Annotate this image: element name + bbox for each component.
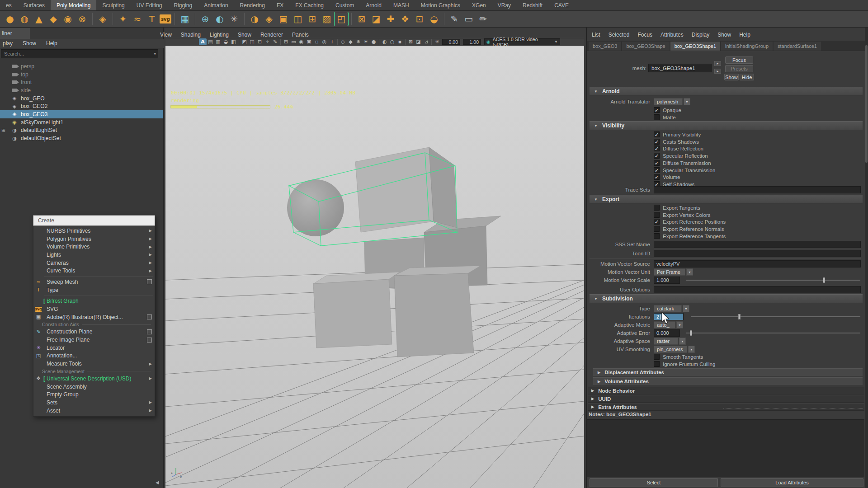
panel-collapse-arrow-icon[interactable]: ◀	[156, 480, 159, 485]
checkbox-casts-shadows[interactable]: ✓	[654, 139, 660, 145]
viewport-menu-renderer[interactable]: Renderer	[256, 32, 288, 38]
menu-item-annotation-[interactable]: ◳Annotation...	[33, 352, 155, 360]
shelf-tab-custom[interactable]: Custom	[330, 0, 360, 10]
shelf-icon[interactable]: ◰	[335, 12, 348, 26]
outliner-item-defaultObjectSet[interactable]: ◑defaultObjectSet	[0, 134, 163, 142]
menu-item-curve-tools[interactable]: Curve Tools▶	[33, 267, 155, 275]
notes-field[interactable]	[587, 419, 864, 477]
menu-item-volume-primitives[interactable]: Volume Primitives▶	[33, 243, 155, 251]
outliner-item-box_GEO[interactable]: ◈box_GEO	[0, 94, 163, 103]
viewport-toolbar-icon[interactable]: ◒	[222, 38, 230, 45]
viewport-toolbar-icon[interactable]: ▥	[214, 38, 222, 45]
shelf-icon[interactable]: ✏	[476, 12, 490, 26]
viewport-toolbar-icon[interactable]: T	[328, 38, 336, 45]
option-box-icon[interactable]	[147, 314, 152, 319]
viewport-menu-view[interactable]: View	[156, 32, 176, 38]
viewport-toolbar-icon[interactable]: ☀	[362, 38, 370, 45]
checkbox-export-reference-positions[interactable]: ✓	[654, 219, 660, 225]
viewport-toolbar-icon[interactable]: ▪	[396, 38, 404, 45]
shelf-tab-mash[interactable]: MASH	[387, 0, 415, 10]
shelf-icon[interactable]: ◍	[18, 12, 31, 26]
checkbox-primary-visibility[interactable]: ✓	[654, 131, 660, 137]
shelf-tab-arnold[interactable]: Arnold	[360, 0, 387, 10]
viewport-menu-shading[interactable]: Shading	[176, 32, 205, 38]
section-header-visibility[interactable]: ▼Visibility	[590, 121, 863, 130]
viewport-toolbar-icon[interactable]: ◧	[230, 38, 237, 45]
menu-item-empty-group[interactable]: Empty Group	[33, 390, 155, 399]
menu-item-lights[interactable]: Lights▶	[33, 251, 155, 259]
viewport-toolbar-icon[interactable]: ●	[370, 38, 377, 45]
outliner-item-side[interactable]: side	[0, 86, 163, 94]
checkbox-volume[interactable]: ✓	[654, 174, 660, 180]
viewport-toolbar-icon[interactable]: ⊿	[422, 38, 430, 45]
shelf-tab-redshift[interactable]: Redshift	[517, 0, 548, 10]
shelf-icon[interactable]: ◑	[248, 12, 261, 26]
select-button[interactable]: Select	[590, 478, 718, 487]
shelf-tab-rendering[interactable]: Rendering	[234, 0, 271, 10]
viewport-toolbar-icon[interactable]: ⊠	[407, 38, 415, 45]
viewport-toolbar-icon[interactable]: ◪	[415, 38, 422, 45]
menu-item-type[interactable]: TType	[33, 286, 155, 294]
expander-icon[interactable]: ⊞	[1, 127, 5, 133]
attr-input[interactable]	[654, 286, 861, 293]
viewport-toolbar-icon[interactable]: ◩	[241, 38, 248, 45]
viewport-menu-lighting[interactable]: Lighting	[205, 32, 233, 38]
section-header-arnold[interactable]: ▼Arnold	[590, 87, 863, 96]
shelf-tab-vray[interactable]: VRay	[492, 0, 517, 10]
menu-item-nurbs-primitives[interactable]: NURBS Primitives▶	[33, 227, 155, 235]
section-header-displacement-attributes[interactable]: ▶Displacement Attributes	[593, 368, 863, 376]
shelf-tab-fx-caching[interactable]: FX Caching	[289, 0, 330, 10]
shelf-icon[interactable]: ◈	[262, 12, 276, 26]
viewport-toolbar-icon[interactable]: ▤	[207, 38, 214, 45]
shelf-icon[interactable]: ▦	[178, 12, 192, 26]
shelf-icon[interactable]: ▨	[320, 12, 334, 26]
shelf-icon[interactable]: ⊠	[355, 12, 368, 26]
viewport-toolbar-icon[interactable]: ▣	[305, 38, 313, 45]
viewport-menu-show[interactable]: Show	[233, 32, 256, 38]
outliner-item-aiSkyDomeLight1[interactable]: ◉aiSkyDomeLight1	[0, 118, 163, 127]
slider-track[interactable]	[686, 333, 860, 333]
viewport-toolbar-icon[interactable]: ⌖	[264, 38, 271, 45]
section-header-uuid[interactable]: ▶UUID	[588, 395, 864, 403]
menu-item-svg[interactable]: svgSVG	[33, 305, 155, 313]
viewport-toolbar-icon[interactable]: ▫	[313, 38, 321, 45]
chevron-down-icon[interactable]: ▼	[684, 98, 690, 105]
checkbox-matte[interactable]	[654, 114, 660, 120]
checkbox-diffuse-transmission[interactable]: ✓	[654, 160, 660, 166]
attr-input[interactable]: 0.000	[654, 329, 680, 337]
shelf-icon-svg[interactable]: svg	[160, 14, 171, 23]
menu-item-scene-assembly[interactable]: Scene Assembly	[33, 383, 155, 391]
shelf-icon[interactable]: ✦	[116, 12, 130, 26]
shelf-icon[interactable]: ◒	[427, 12, 441, 26]
shelf-icon[interactable]: ◉	[61, 12, 75, 26]
shelf-tab-surfaces[interactable]: Surfaces	[18, 0, 51, 10]
shelf-tab-sculpting[interactable]: Sculpting	[96, 0, 130, 10]
outliner-item-box_GEO2[interactable]: ◈box_GEO2	[0, 102, 163, 110]
search-input[interactable]: Search... ▾	[1, 49, 158, 58]
attr-dropdown[interactable]: pin_corners	[654, 346, 687, 353]
section-header-node-behavior[interactable]: ▶Node Behavior	[588, 387, 864, 394]
shelf-icon[interactable]: ●	[3, 12, 17, 26]
menu-item-cameras[interactable]: Cameras▶	[33, 259, 155, 267]
viewport-toolbar-icon[interactable]: ⊡	[256, 38, 264, 45]
chevron-down-icon[interactable]: ▼	[686, 268, 693, 276]
attr-dropdown[interactable]: polymesh	[654, 98, 683, 105]
load-attributes-button[interactable]: Load Attributes	[721, 478, 863, 487]
shelf-tab-poly-modeling[interactable]: Poly Modeling	[51, 0, 96, 10]
attr-input[interactable]: velocityPV	[654, 260, 861, 267]
checkbox-smooth-tangents[interactable]	[654, 354, 660, 360]
shelf-tab-fx[interactable]: FX	[271, 0, 289, 10]
attr-dropdown[interactable]: catclark	[654, 305, 682, 312]
checkbox-export-reference-normals[interactable]	[654, 226, 660, 232]
section-header-subdivision[interactable]: ▼Subdivision	[590, 294, 863, 303]
attr-input[interactable]	[654, 186, 861, 193]
antialias-toggle-icon[interactable]: A	[199, 38, 207, 45]
shelf-icon[interactable]: ✳	[227, 12, 241, 26]
outliner-tab[interactable]: liner	[0, 28, 30, 39]
shelf-icon[interactable]: T	[145, 12, 159, 26]
slider-handle[interactable]	[738, 314, 741, 319]
menu-item-sweep-mesh[interactable]: ≈Sweep Mesh	[33, 278, 155, 286]
viewport-toolbar-icon[interactable]: ◇	[339, 38, 347, 45]
menu-item-asset[interactable]: Asset▶	[33, 407, 155, 415]
outliner-menu-help[interactable]: Help	[46, 40, 57, 47]
